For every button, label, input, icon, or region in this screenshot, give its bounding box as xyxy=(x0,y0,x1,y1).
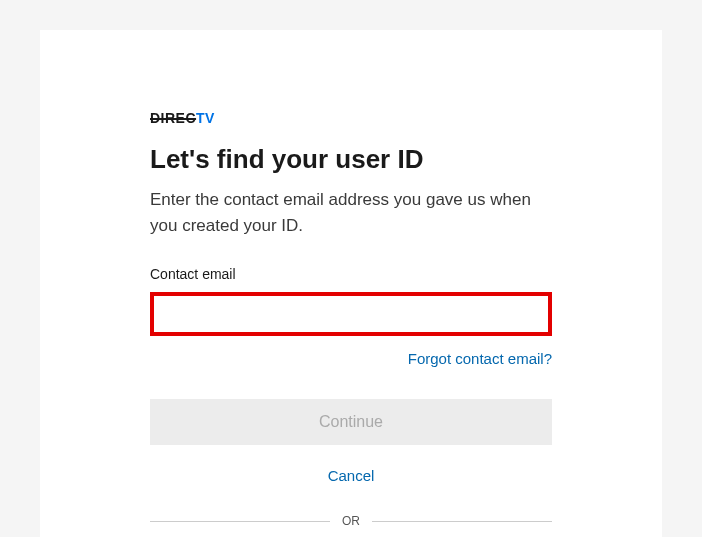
divider-line-right xyxy=(372,521,552,522)
logo-part-direc: DIREC xyxy=(150,110,196,126)
page-heading: Let's find your user ID xyxy=(150,144,552,175)
divider-text: OR xyxy=(342,514,360,528)
page-subheading: Enter the contact email address you gave… xyxy=(150,187,552,238)
divider-line-left xyxy=(150,521,330,522)
contact-email-input[interactable] xyxy=(150,292,552,336)
email-label: Contact email xyxy=(150,266,552,282)
or-divider: OR xyxy=(150,514,552,528)
directv-logo: DIRECTV xyxy=(150,110,552,126)
login-card: DIRECTV Let's find your user ID Enter th… xyxy=(40,30,662,537)
forgot-contact-email-link[interactable]: Forgot contact email? xyxy=(150,350,552,367)
cancel-link[interactable]: Cancel xyxy=(150,467,552,484)
continue-button[interactable]: Continue xyxy=(150,399,552,445)
logo-part-tv: TV xyxy=(196,110,215,126)
